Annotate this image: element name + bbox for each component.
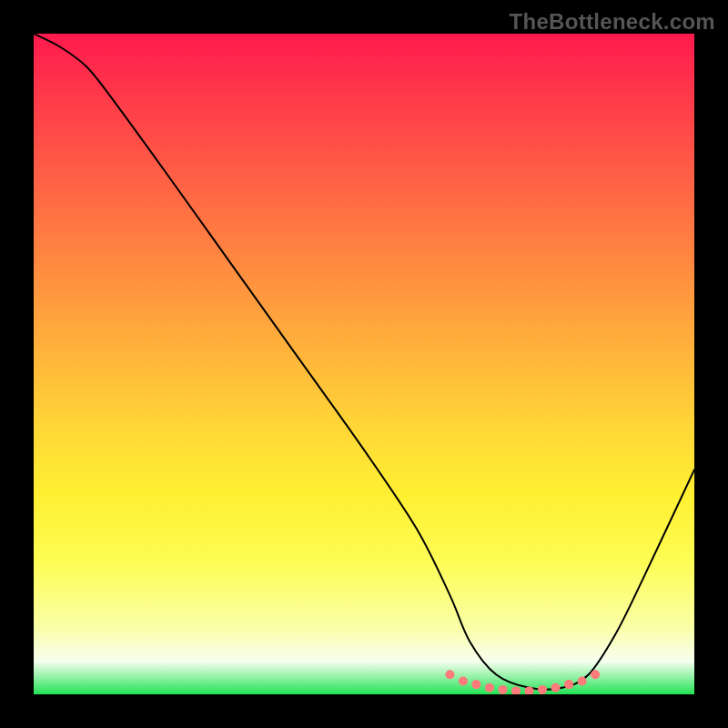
plot-area — [34, 34, 694, 694]
bottleneck-curve-path — [34, 34, 694, 690]
chart-frame: TheBottleneck.com — [0, 0, 728, 728]
optimal-zone-marker — [551, 683, 561, 693]
watermark-text: TheBottleneck.com — [510, 9, 715, 35]
optimal-zone-marker — [578, 677, 587, 686]
optimal-zone-markers-group — [445, 670, 600, 694]
optimal-zone-marker — [564, 680, 573, 689]
optimal-zone-marker — [445, 670, 454, 679]
optimal-zone-marker — [499, 685, 508, 694]
optimal-zone-marker — [511, 686, 521, 694]
optimal-zone-marker — [485, 683, 494, 693]
optimal-zone-marker — [459, 677, 468, 686]
optimal-zone-marker — [591, 670, 600, 679]
optimal-zone-marker — [538, 685, 547, 694]
curve-svg — [34, 34, 694, 694]
optimal-zone-marker — [525, 686, 534, 694]
optimal-zone-marker — [471, 680, 480, 689]
